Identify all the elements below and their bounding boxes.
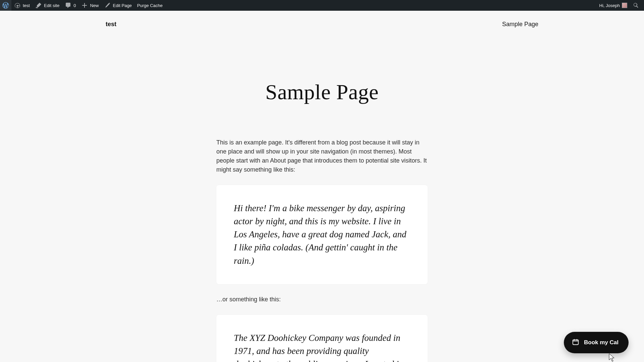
book-cal-button[interactable]: Book my Cal (564, 332, 629, 353)
primary-nav: Sample Page (502, 21, 538, 28)
avatar (622, 3, 627, 8)
adminbar-search[interactable] (630, 0, 642, 11)
pencil-icon (104, 2, 111, 9)
intro-paragraph: This is an example page. It's different … (216, 138, 428, 174)
wp-logo[interactable] (0, 0, 11, 11)
svg-rect-0 (573, 340, 579, 345)
search-icon (633, 2, 639, 9)
blockquote-1: Hi there! I'm a bike messenger by day, a… (216, 185, 428, 284)
page-scroll-area[interactable]: test Sample Page Sample Page This is an … (0, 11, 644, 362)
adminbar-edit-site[interactable]: Edit site (33, 0, 62, 11)
adminbar-edit-page[interactable]: Edit Page (101, 0, 134, 11)
blockquote-2-text: The XYZ Doohickey Company was founded in… (234, 331, 410, 362)
adminbar-edit-page-label: Edit Page (113, 3, 131, 8)
adminbar-new[interactable]: New (78, 0, 101, 11)
blockquote-2: The XYZ Doohickey Company was founded in… (216, 315, 428, 362)
page-title: Sample Page (216, 80, 428, 105)
adminbar-new-label: New (90, 3, 99, 8)
adminbar-site-name[interactable]: test (11, 0, 33, 11)
calendar-icon (572, 338, 579, 347)
adminbar-account[interactable]: Hi, Joseph (597, 0, 630, 11)
wp-admin-bar: test Edit site 0 New Edit Page (0, 0, 644, 11)
plus-icon (81, 2, 88, 9)
adminbar-comments[interactable]: 0 (62, 0, 78, 11)
dashboard-icon (14, 2, 21, 9)
site-title[interactable]: test (106, 21, 116, 28)
wordpress-icon (2, 2, 9, 9)
page-content: Sample Page This is an example page. It'… (216, 28, 428, 362)
adminbar-comments-count: 0 (73, 3, 76, 8)
adminbar-purge-cache[interactable]: Purge Cache (135, 0, 165, 11)
blockquote-1-text: Hi there! I'm a bike messenger by day, a… (234, 202, 410, 267)
brush-icon (35, 2, 42, 9)
book-cal-label: Book my Cal (584, 339, 619, 346)
site-header: test Sample Page (106, 11, 538, 28)
adminbar-purge-cache-label: Purge Cache (137, 3, 163, 8)
bridge-paragraph: …or something like this: (216, 295, 428, 304)
comment-icon (65, 2, 71, 9)
adminbar-greeting: Hi, Joseph (599, 3, 620, 8)
nav-sample-page[interactable]: Sample Page (502, 21, 538, 27)
adminbar-edit-site-label: Edit site (44, 3, 59, 8)
adminbar-site-name-label: test (23, 3, 30, 8)
